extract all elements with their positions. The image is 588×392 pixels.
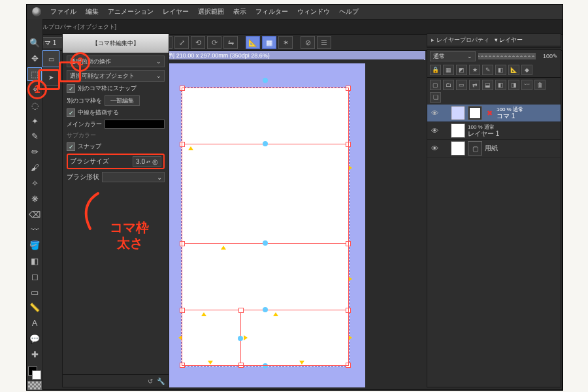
menu-help[interactable]: ヘルプ (339, 7, 359, 16)
brush-size-link-icon[interactable]: ◎ (152, 158, 158, 165)
visibility-icon[interactable]: 👁 (430, 144, 439, 153)
layer-lock-icon[interactable]: 🔒 (430, 65, 441, 75)
resize-handle[interactable] (180, 363, 185, 368)
split-indicator-icon[interactable] (348, 335, 352, 340)
resize-handle[interactable] (238, 363, 244, 368)
edge-handle[interactable] (263, 363, 268, 368)
cmd-snap-grid-icon[interactable]: ▦ (262, 36, 276, 49)
split-indicator-icon[interactable] (221, 246, 226, 250)
resize-handle[interactable] (238, 308, 244, 313)
split-indicator-icon[interactable] (208, 361, 213, 365)
edge-handle[interactable] (263, 141, 268, 146)
cmd-clear-icon[interactable]: ⊘ (301, 36, 315, 49)
merge-icon[interactable]: ⬓ (482, 80, 493, 90)
tool-gradient-icon[interactable]: ◧ (27, 254, 42, 269)
menu-window[interactable]: ウィンドウ (297, 7, 330, 16)
tool-frame-icon[interactable]: ▭ (27, 285, 42, 299)
tool-move-icon[interactable]: ✥ (27, 52, 42, 66)
tool-fill-icon[interactable]: 🪣 (27, 238, 42, 253)
tool-balloon-icon[interactable]: 💬 (27, 332, 42, 346)
color-swatches[interactable] (28, 367, 41, 380)
menu-view[interactable]: 表示 (233, 7, 246, 16)
subtool-object-icon[interactable]: ▭ (42, 50, 59, 67)
background-swatch[interactable] (32, 370, 41, 380)
layer-lockpixel-icon[interactable]: ▦ (443, 65, 454, 75)
resize-handle[interactable] (180, 308, 185, 313)
tool-deco-icon[interactable]: ❋ (27, 191, 42, 206)
split-indicator-icon[interactable] (178, 335, 182, 340)
visibility-icon[interactable]: 👁 (430, 108, 439, 118)
edge-handle[interactable] (263, 240, 268, 246)
reset-icon[interactable]: ↺ (148, 378, 153, 385)
edge-handle[interactable] (238, 336, 243, 341)
menu-layer[interactable]: レイヤー (163, 7, 189, 16)
split-indicator-icon[interactable] (201, 312, 206, 316)
tool-zoom-icon[interactable]: 🔍 (27, 36, 42, 50)
resize-handle[interactable] (180, 86, 185, 91)
cmd-settings-icon[interactable]: ☰ (317, 36, 331, 49)
snap-checkbox[interactable]: ✓ (67, 142, 75, 151)
menu-selection[interactable]: 選択範囲 (198, 7, 224, 16)
resize-handle[interactable] (180, 142, 185, 147)
split-indicator-icon[interactable] (348, 276, 352, 282)
menu-filter[interactable]: フィルター (255, 7, 288, 16)
tool-marquee-icon[interactable]: ◌ (27, 98, 42, 112)
comic-page[interactable] (181, 87, 350, 367)
cmd-snap-special-icon[interactable]: ✶ (278, 36, 293, 49)
tab-layer[interactable]: ▾ レイヤー (495, 36, 523, 44)
split-indicator-icon[interactable] (348, 165, 352, 171)
cmd-flip-h-icon[interactable]: ⇋ (223, 36, 238, 49)
main-color-swatch[interactable] (105, 120, 165, 129)
split-indicator-icon[interactable] (188, 146, 193, 150)
tool-brush-icon[interactable]: 🖌 (27, 161, 42, 175)
blend-mode-select[interactable]: 通常⌄ (430, 51, 476, 61)
edge-handle[interactable] (263, 307, 268, 312)
cmd-fit-icon[interactable]: ⤢ (174, 36, 189, 49)
mask-apply-icon[interactable]: ◨ (508, 80, 519, 90)
new-frame-icon[interactable]: ▭ (456, 80, 467, 90)
tool-figure-icon[interactable]: ◻ (27, 269, 42, 284)
canvas-area[interactable] (169, 59, 424, 387)
tool-autoSelect-icon[interactable]: ✦ (27, 114, 42, 128)
opacity-slider[interactable] (478, 53, 536, 59)
layer-ref-icon[interactable]: ★ (469, 65, 480, 75)
tool-pencil-icon[interactable]: ✏ (27, 145, 42, 159)
tool-ruler-icon[interactable]: 📏 (27, 301, 42, 315)
ruler-new-icon[interactable]: 〰 (521, 80, 532, 90)
menu-file[interactable]: ファイル (50, 7, 76, 16)
snap-other-checkbox[interactable]: ✓ (67, 84, 75, 93)
transfer-icon[interactable]: ⇄ (469, 80, 480, 90)
layer-row[interactable]: 👁 ▢ 用紙 (427, 140, 561, 157)
layer-row[interactable]: 👁 100 % 通常レイヤー 1 (427, 122, 561, 140)
delete-layer-icon[interactable]: 🗑 (534, 80, 546, 90)
mask-new-icon[interactable]: ◧ (495, 80, 506, 90)
layer-ruler-icon[interactable]: 📐 (508, 65, 519, 75)
wrench-icon[interactable]: 🔧 (157, 378, 165, 385)
layer-draft-icon[interactable]: ✎ (482, 65, 493, 75)
tool-eraser-icon[interactable]: ⌫ (27, 207, 42, 221)
resize-handle[interactable] (346, 142, 351, 147)
tool-airbrush-icon[interactable]: ✧ (27, 176, 42, 190)
menu-edit[interactable]: 編集 (86, 7, 99, 16)
split-indicator-icon[interactable] (299, 361, 304, 365)
new-folder-icon[interactable]: 🗀 (443, 80, 454, 90)
layer-color-icon[interactable]: ◆ (521, 65, 532, 75)
resize-handle[interactable] (346, 241, 351, 246)
split-indicator-icon[interactable] (244, 335, 248, 340)
tool-text-icon[interactable]: A (27, 316, 42, 331)
layer-row[interactable]: 👁 ✖ 100 % 通常コマ 1 (427, 105, 561, 122)
visibility-icon[interactable]: 👁 (430, 126, 439, 135)
brush-size-stepper[interactable]: ▴▾ (146, 157, 151, 165)
tool-blend-icon[interactable]: 〰 (27, 223, 42, 237)
other-frame-mode-select[interactable]: 一部編集 (105, 95, 140, 106)
tab-layer-property[interactable]: ▸ レイヤープロパティ (431, 36, 489, 44)
resize-handle[interactable] (346, 308, 351, 313)
cmd-snap-ruler-icon[interactable]: 📐 (246, 36, 260, 49)
new-layer-icon[interactable]: ▢ (430, 80, 441, 90)
resize-handle[interactable] (346, 86, 351, 91)
cmd-rotate-ccw-icon[interactable]: ⟲ (191, 36, 205, 49)
tool-pen-icon[interactable]: ✎ (27, 129, 42, 144)
transparent-swatch[interactable] (27, 381, 42, 390)
resize-handle[interactable] (346, 363, 351, 368)
resize-handle[interactable] (180, 241, 185, 246)
